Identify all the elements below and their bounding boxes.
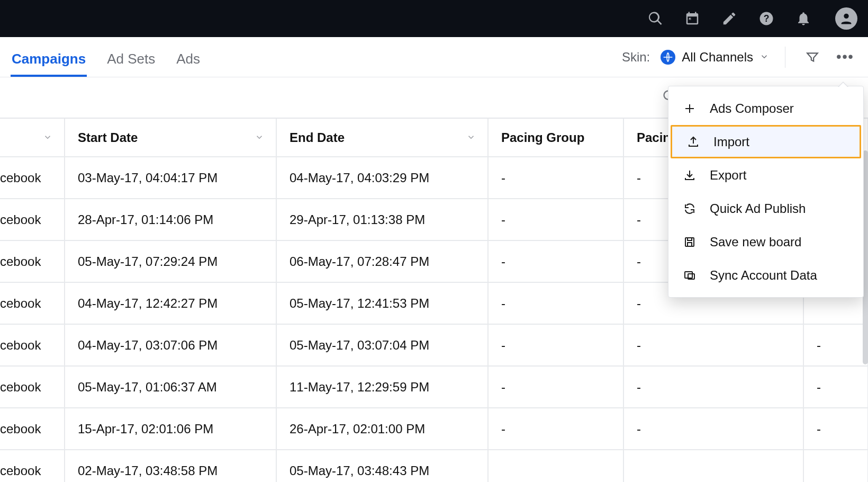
tab-label: Ads	[176, 51, 200, 67]
cell-end-date: 06-May-17, 07:28:47 PM	[276, 240, 488, 282]
table-row[interactable]: cebook05-May-17, 01:06:37 AM11-May-17, 1…	[0, 366, 868, 408]
cell-pacing-group: -	[488, 282, 623, 324]
menu-item-label: Ads Composer	[710, 101, 794, 116]
menu-item-save-new-board[interactable]: Save new board	[668, 225, 863, 258]
menu-item-import[interactable]: Import	[671, 125, 861, 158]
cell-end-date: 11-May-17, 12:29:59 PM	[276, 366, 488, 408]
cell-pacing-group: -	[488, 157, 623, 199]
cell-last: -	[803, 324, 868, 366]
avatar-icon[interactable]	[835, 7, 857, 30]
tab-label: Ad Sets	[107, 51, 155, 67]
global-topbar: 04 ?	[0, 0, 868, 37]
cell-pacing-group	[488, 450, 623, 482]
download-icon	[682, 168, 697, 183]
cell-last: -	[803, 408, 868, 450]
table-row[interactable]: cebook04-May-17, 03:07:06 PM05-May-17, 0…	[0, 324, 868, 366]
tabs-left: Campaigns Ad Sets Ads	[12, 37, 200, 77]
tab-ads[interactable]: Ads	[176, 51, 200, 77]
filter-icon[interactable]	[801, 46, 824, 68]
cell-pacing-group: -	[488, 240, 623, 282]
cell-end-date: 05-May-17, 03:07:04 PM	[276, 324, 488, 366]
menu-item-sync-account-data[interactable]: Sync Account Data	[668, 258, 863, 292]
menu-item-ads-composer[interactable]: Ads Composer	[668, 92, 863, 125]
calendar-icon[interactable]: 04	[682, 8, 703, 29]
divider	[785, 47, 785, 68]
cell-channel: cebook	[0, 450, 65, 482]
refresh-icon	[682, 201, 697, 216]
bell-icon[interactable]	[793, 8, 814, 29]
menu-item-export[interactable]: Export	[668, 158, 863, 192]
table-row[interactable]: cebook02-May-17, 03:48:58 PM05-May-17, 0…	[0, 450, 868, 482]
plus-icon	[682, 101, 697, 116]
save-icon	[682, 235, 697, 249]
svg-point-3	[844, 14, 848, 19]
cell-pacing-group: -	[488, 408, 623, 450]
search-icon[interactable]	[645, 8, 666, 29]
menu-item-label: Quick Ad Publish	[710, 201, 806, 216]
cell-channel: cebook	[0, 282, 65, 324]
more-actions-menu: Ads ComposerImportExportQuick Ad Publish…	[668, 86, 864, 298]
svg-text:?: ?	[764, 13, 770, 24]
cell-pacing-group: -	[488, 366, 623, 408]
col-header-label: End Date	[290, 130, 345, 145]
table-row[interactable]: cebook15-Apr-17, 02:01:06 PM26-Apr-17, 0…	[0, 408, 868, 450]
chevron-down-icon	[466, 130, 476, 145]
tabs-right: Skin: All Channels •••	[622, 46, 856, 68]
col-header-end-date[interactable]: End Date	[276, 119, 488, 157]
chevron-down-icon	[760, 50, 769, 65]
cell-start-date: 02-May-17, 03:48:58 PM	[65, 450, 276, 482]
cell-start-date: 03-May-17, 04:04:17 PM	[65, 157, 276, 199]
channel-selected-label: All Channels	[682, 50, 753, 65]
cell-channel: cebook	[0, 366, 65, 408]
channel-select[interactable]: All Channels	[661, 50, 769, 65]
cell-end-date: 29-Apr-17, 01:13:38 PM	[276, 199, 488, 240]
cell-pacing-group: -	[488, 324, 623, 366]
cell-start-date: 15-Apr-17, 02:01:06 PM	[65, 408, 276, 450]
cell-pacing-name	[623, 450, 803, 482]
col-header-label: Pacing Group	[501, 130, 584, 145]
tab-ad-sets[interactable]: Ad Sets	[107, 51, 155, 77]
sync-icon	[682, 268, 697, 283]
cell-start-date: 05-May-17, 01:06:37 AM	[65, 366, 276, 408]
tabs-row: Campaigns Ad Sets Ads Skin: All Channels…	[0, 37, 868, 77]
cell-channel: cebook	[0, 240, 65, 282]
menu-item-label: Import	[713, 135, 749, 149]
cell-start-date: 28-Apr-17, 01:14:06 PM	[65, 199, 276, 240]
cell-end-date: 05-May-17, 12:41:53 PM	[276, 282, 488, 324]
help-icon[interactable]: ?	[756, 8, 777, 29]
cell-start-date: 04-May-17, 12:42:27 PM	[65, 282, 276, 324]
svg-rect-11	[688, 243, 692, 246]
menu-item-label: Export	[710, 168, 746, 183]
cell-pacing-name: -	[623, 324, 803, 366]
svg-text:04: 04	[689, 18, 695, 24]
tab-campaigns[interactable]: Campaigns	[12, 51, 86, 77]
cell-start-date: 04-May-17, 03:07:06 PM	[65, 324, 276, 366]
col-header-start-date[interactable]: Start Date	[65, 119, 276, 157]
more-menu-icon[interactable]: •••	[834, 46, 856, 68]
cell-pacing-name: -	[623, 366, 803, 408]
col-header-channel[interactable]	[0, 119, 65, 157]
chevron-down-icon	[255, 130, 264, 145]
cell-start-date: 05-May-17, 07:29:24 PM	[65, 240, 276, 282]
cell-end-date: 04-May-17, 04:03:29 PM	[276, 157, 488, 199]
upload-icon	[686, 135, 701, 149]
cell-last	[803, 450, 868, 482]
cell-end-date: 26-Apr-17, 02:01:00 PM	[276, 408, 488, 450]
cell-pacing-group: -	[488, 199, 623, 240]
cell-channel: cebook	[0, 199, 65, 240]
cell-channel: cebook	[0, 408, 65, 450]
cell-channel: cebook	[0, 157, 65, 199]
menu-item-label: Sync Account Data	[710, 268, 817, 283]
edit-icon[interactable]	[719, 8, 740, 29]
skin-label: Skin:	[622, 50, 650, 65]
tab-label: Campaigns	[12, 51, 86, 67]
col-header-label: Start Date	[78, 130, 138, 145]
globe-icon	[661, 50, 675, 65]
menu-item-quick-ad-publish[interactable]: Quick Ad Publish	[668, 192, 863, 225]
chevron-down-icon	[43, 130, 52, 145]
cell-channel: cebook	[0, 324, 65, 366]
cell-end-date: 05-May-17, 03:48:43 PM	[276, 450, 488, 482]
menu-item-label: Save new board	[710, 235, 801, 249]
col-header-pacing-group[interactable]: Pacing Group	[488, 119, 623, 157]
svg-rect-10	[688, 238, 692, 240]
